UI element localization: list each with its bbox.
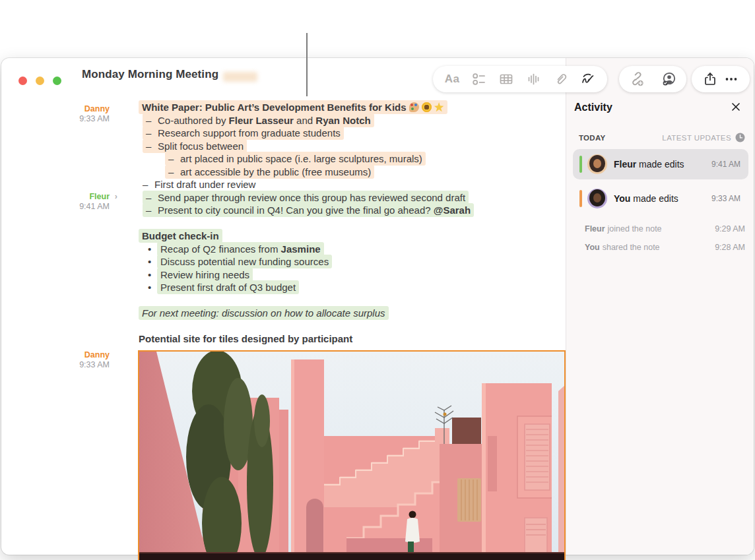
note-line[interactable]: Potential site for tiles designed by par… xyxy=(139,332,566,346)
more-icon xyxy=(723,71,739,87)
note-content-area[interactable]: Danny 9:33 AMFleur› 9:41 AMDanny 9:33 AM… xyxy=(1,58,566,555)
note-line[interactable]: •Present first draft of Q3 budget xyxy=(139,281,566,294)
more-button[interactable] xyxy=(723,71,740,88)
author-name: Danny xyxy=(50,350,110,360)
format-toolbar-group: Aa xyxy=(433,66,607,92)
note-line[interactable]: –art placed in public space (i.e. large … xyxy=(139,152,566,166)
note-line[interactable]: •Discuss potential new funding sources xyxy=(139,255,566,268)
author-time: 9:33 AM xyxy=(50,114,110,124)
activity-event-row: You shared the note 9:28 AM xyxy=(585,243,745,252)
note-line[interactable]: •Recap of Q2 finances from Jasmine xyxy=(139,243,566,256)
latest-updates-label: LATEST UPDATES xyxy=(662,134,731,142)
author-color-bar xyxy=(579,190,582,207)
author-color-bar xyxy=(579,156,582,173)
note-line[interactable]: Budget check-in xyxy=(139,230,566,243)
close-icon xyxy=(731,102,740,111)
update-text: You made edits xyxy=(614,193,678,204)
table-icon xyxy=(498,71,514,87)
close-activity-button[interactable] xyxy=(729,100,742,113)
note-line[interactable]: –Present to city council in Q4! Can you … xyxy=(139,204,566,217)
note-blank-line[interactable] xyxy=(139,320,566,333)
update-time: 9:33 AM xyxy=(711,194,740,203)
sunflower-emoji xyxy=(422,102,432,112)
note-line[interactable]: •Review hiring needs xyxy=(139,268,566,282)
activity-update-row[interactable]: You made edits 9:33 AM xyxy=(573,183,748,214)
table-button[interactable] xyxy=(498,71,515,88)
note-line[interactable]: For next meeting: discussion on how to a… xyxy=(139,307,566,320)
note-line[interactable]: –Research support from graduate students xyxy=(139,127,566,140)
author-stamp[interactable]: Fleur› 9:41 AM xyxy=(50,192,110,212)
update-text: Fleur made edits xyxy=(614,159,684,170)
note-blank-line[interactable] xyxy=(139,294,566,307)
note-line[interactable]: –Send paper through review once this gro… xyxy=(139,191,566,204)
note-line[interactable]: –art accessible by the public (free muse… xyxy=(139,166,566,179)
note-line[interactable]: –First draft under review xyxy=(139,178,566,191)
note-line[interactable]: –Co-authored by Fleur Lasseur and Ryan N… xyxy=(139,114,566,127)
author-time: 9:33 AM xyxy=(50,360,110,370)
note-blank-line[interactable] xyxy=(139,217,566,230)
share-button[interactable] xyxy=(702,71,719,88)
audio-record-button[interactable] xyxy=(525,71,542,88)
note-line[interactable]: White Paper: Public Art’s Development Be… xyxy=(139,101,566,114)
author-stamp: Danny 9:33 AM xyxy=(50,350,110,370)
markup-scribble-icon xyxy=(580,71,596,87)
update-time: 9:41 AM xyxy=(711,160,740,169)
collaborators-icon xyxy=(660,71,677,88)
activity-title: Activity xyxy=(574,102,612,113)
chevron-right-icon: › xyxy=(115,192,117,202)
checklist-icon xyxy=(471,71,487,87)
star-emoji xyxy=(434,102,444,112)
clock-icon xyxy=(735,133,745,142)
latest-updates-control[interactable]: LATEST UPDATES xyxy=(662,133,745,142)
note-body[interactable]: White Paper: Public Art’s Development Be… xyxy=(139,101,566,346)
share-toolbar-group xyxy=(692,66,750,92)
artist-palette-emoji xyxy=(409,102,419,112)
notes-window: Monday Morning Meeting Aa xyxy=(1,58,754,555)
author-time: 9:41 AM xyxy=(50,202,110,212)
callout-line xyxy=(306,33,308,96)
activity-panel: Activity TODAY LATEST UPDATES Fleur made… xyxy=(566,58,754,555)
collab-toolbar-group xyxy=(619,66,686,92)
add-link-button[interactable] xyxy=(628,71,645,88)
activity-event-row: Fleur joined the note 9:29 AM xyxy=(585,224,745,233)
add-link-icon xyxy=(628,71,645,88)
author-name: Fleur› xyxy=(50,192,110,202)
author-stamp: Danny 9:33 AM xyxy=(50,104,110,124)
activity-update-row[interactable]: Fleur made edits 9:41 AM xyxy=(573,149,748,179)
author-name: Danny xyxy=(50,104,110,114)
photo-illustration xyxy=(139,352,564,560)
audio-record-icon xyxy=(526,71,542,87)
collaborators-button[interactable] xyxy=(660,71,677,88)
format-text-icon: Aa xyxy=(445,73,460,86)
markup-button[interactable] xyxy=(579,71,597,88)
format-text-button[interactable]: Aa xyxy=(443,71,461,88)
avatar xyxy=(587,189,607,208)
la-muralla-roja-photo[interactable] xyxy=(138,350,566,560)
checklist-button[interactable] xyxy=(471,71,488,88)
attachment-icon xyxy=(553,71,569,87)
attachment-button[interactable] xyxy=(552,71,570,88)
today-label: TODAY xyxy=(579,134,606,142)
avatar xyxy=(587,154,607,174)
share-icon xyxy=(702,71,718,87)
note-line[interactable]: –Split focus between xyxy=(139,140,566,153)
